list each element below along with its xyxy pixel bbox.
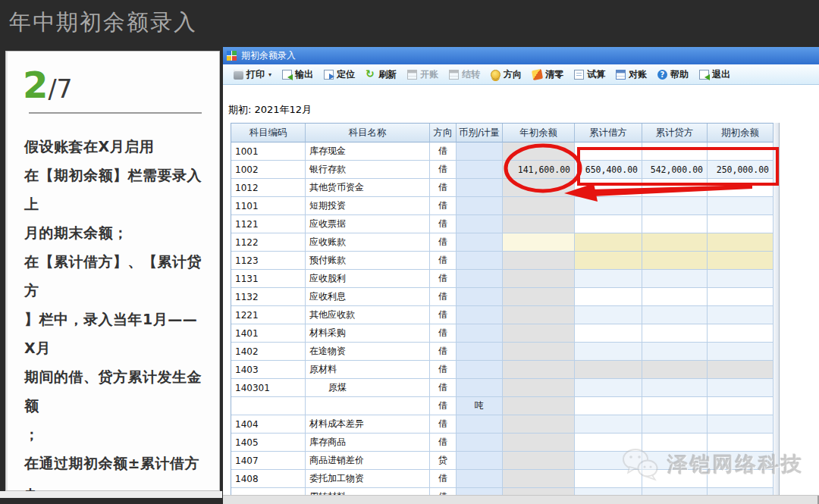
cell-account-name[interactable]: 材料采购 <box>306 324 430 343</box>
cell-currency-unit[interactable] <box>457 415 503 434</box>
cell-cumulative-debit[interactable] <box>575 197 642 215</box>
cell-opening-balance[interactable]: 250,000.00 <box>708 161 774 179</box>
cell-account-name[interactable]: 库存现金 <box>306 142 430 161</box>
cell-account-code[interactable]: 1101 <box>231 197 306 215</box>
column-header-ybal[interactable]: 年初余额 <box>503 124 575 142</box>
cell-cumulative-credit[interactable] <box>642 324 708 343</box>
cell-opening-balance[interactable] <box>708 470 774 488</box>
cell-direction[interactable]: 借 <box>430 361 457 379</box>
cell-account-name[interactable]: 银行存款 <box>306 161 430 179</box>
cell-cumulative-debit[interactable] <box>575 142 642 161</box>
cell-currency-unit[interactable] <box>457 233 503 252</box>
cell-year-begin-balance[interactable] <box>503 379 575 397</box>
cell-opening-balance[interactable] <box>708 415 774 434</box>
cell-opening-balance[interactable] <box>708 397 774 415</box>
column-header-code[interactable]: 科目编码 <box>231 124 306 142</box>
cell-account-code[interactable]: 1131 <box>231 270 306 288</box>
cell-year-begin-balance[interactable] <box>503 306 575 324</box>
cell-year-begin-balance[interactable] <box>503 270 575 288</box>
cell-cumulative-credit[interactable] <box>642 452 708 470</box>
cell-cumulative-credit[interactable] <box>642 215 708 233</box>
cell-opening-balance[interactable] <box>708 142 774 161</box>
cell-account-name[interactable]: 在途物资 <box>306 343 430 361</box>
cell-cumulative-credit[interactable] <box>642 252 708 270</box>
cell-account-code[interactable]: 1405 <box>231 434 306 452</box>
cell-cumulative-debit[interactable] <box>575 470 642 488</box>
cell-year-begin-balance[interactable] <box>503 252 575 270</box>
cell-account-code[interactable]: 1002 <box>231 161 306 179</box>
cell-cumulative-debit[interactable] <box>575 233 642 252</box>
cell-direction[interactable]: 借 <box>430 415 457 434</box>
cell-currency-unit[interactable] <box>457 270 503 288</box>
cell-year-begin-balance[interactable] <box>503 197 575 215</box>
cell-year-begin-balance[interactable] <box>503 470 575 488</box>
cell-account-code[interactable]: 1121 <box>231 215 306 233</box>
cell-cumulative-debit[interactable] <box>575 361 642 379</box>
cell-year-begin-balance[interactable] <box>503 179 575 197</box>
cell-direction[interactable]: 借 <box>430 270 457 288</box>
toolbar-button-export[interactable]: 输出 <box>278 66 318 83</box>
toolbar-button-print[interactable]: 打印▾ <box>229 66 276 83</box>
cell-direction[interactable]: 贷 <box>430 452 457 470</box>
cell-account-code[interactable]: 1122 <box>231 233 306 252</box>
cell-currency-unit[interactable] <box>457 434 503 452</box>
cell-direction[interactable]: 借 <box>430 252 457 270</box>
cell-year-begin-balance[interactable] <box>503 215 575 233</box>
cell-direction[interactable]: 借 <box>430 343 457 361</box>
cell-account-name[interactable]: 库存商品 <box>306 434 430 452</box>
cell-currency-unit[interactable] <box>457 215 503 233</box>
cell-account-name[interactable]: 应收票据 <box>306 215 430 233</box>
dropdown-caret-icon[interactable]: ▾ <box>268 71 271 78</box>
cell-account-name[interactable]: 其他应收款 <box>306 306 430 324</box>
horizontal-scrollbar[interactable] <box>223 495 819 504</box>
cell-cumulative-credit[interactable]: 542,000.00 <box>642 161 708 179</box>
cell-account-code[interactable]: 1402 <box>231 343 306 361</box>
toolbar-button-exit[interactable]: 退出 <box>695 66 735 83</box>
cell-cumulative-credit[interactable] <box>642 397 708 415</box>
cell-opening-balance[interactable] <box>708 288 774 306</box>
cell-direction[interactable]: 借 <box>430 288 457 306</box>
cell-opening-balance[interactable] <box>708 233 774 252</box>
cell-account-name[interactable]: 短期投资 <box>306 197 430 215</box>
cell-cumulative-credit[interactable] <box>642 197 708 215</box>
cell-cumulative-credit[interactable] <box>642 361 708 379</box>
cell-year-begin-balance[interactable] <box>503 288 575 306</box>
cell-account-name[interactable]: 其他货币资金 <box>306 179 430 197</box>
cell-account-name[interactable]: 应收账款 <box>306 233 430 252</box>
cell-direction[interactable]: 借 <box>430 233 457 252</box>
cell-year-begin-balance[interactable] <box>503 233 575 252</box>
cell-opening-balance[interactable] <box>708 179 774 197</box>
cell-year-begin-balance[interactable] <box>503 434 575 452</box>
cell-account-code[interactable]: 1403 <box>231 361 306 379</box>
cell-cumulative-credit[interactable] <box>642 434 708 452</box>
cell-cumulative-credit[interactable] <box>642 288 708 306</box>
cell-cumulative-credit[interactable] <box>642 415 708 434</box>
cell-direction[interactable]: 借 <box>430 434 457 452</box>
cell-direction[interactable]: 借 <box>430 215 457 233</box>
cell-cumulative-credit[interactable] <box>642 306 708 324</box>
cell-opening-balance[interactable] <box>708 197 774 215</box>
cell-cumulative-credit[interactable] <box>642 142 708 161</box>
cell-account-code[interactable]: 1408 <box>231 470 306 488</box>
cell-cumulative-credit[interactable] <box>642 233 708 252</box>
cell-currency-unit[interactable] <box>457 361 503 379</box>
cell-direction[interactable]: 借 <box>430 179 457 197</box>
cell-opening-balance[interactable] <box>708 452 774 470</box>
cell-cumulative-debit[interactable] <box>575 452 642 470</box>
cell-cumulative-debit[interactable] <box>575 179 642 197</box>
cell-year-begin-balance[interactable] <box>503 324 575 343</box>
cell-direction[interactable]: 借 <box>430 306 457 324</box>
cell-account-code[interactable]: 140301 <box>231 379 306 397</box>
cell-currency-unit[interactable] <box>457 343 503 361</box>
cell-account-code[interactable]: 1001 <box>231 142 306 161</box>
cell-cumulative-credit[interactable] <box>642 470 708 488</box>
cell-account-name[interactable]: 材料成本差异 <box>306 415 430 434</box>
cell-account-name[interactable]: 原煤 <box>306 379 430 397</box>
cell-account-code[interactable]: 1404 <box>231 415 306 434</box>
cell-cumulative-credit[interactable] <box>642 379 708 397</box>
cell-opening-balance[interactable] <box>708 270 774 288</box>
cell-cumulative-debit[interactable] <box>575 270 642 288</box>
cell-direction[interactable]: 借 <box>430 161 457 179</box>
toolbar-button-reconcile[interactable]: 对账 <box>611 66 651 83</box>
toolbar-button-clear-zero[interactable]: 清零 <box>528 66 568 83</box>
